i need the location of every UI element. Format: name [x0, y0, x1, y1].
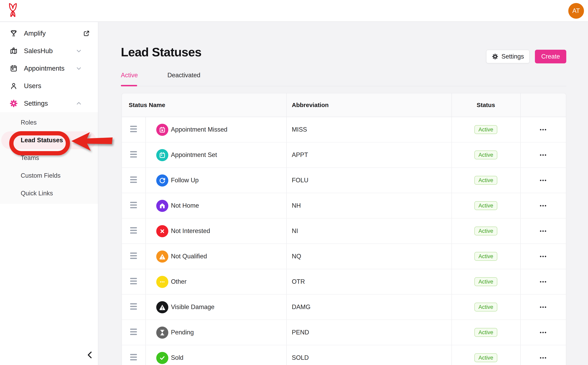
- sidebar-item-saleshub[interactable]: SalesHub: [0, 42, 98, 60]
- abbreviation-cell: NQ: [292, 244, 301, 269]
- status-name-cell: Other: [171, 269, 187, 294]
- brand-tulip-logo-icon[interactable]: [8, 3, 18, 19]
- drag-handle-icon[interactable]: [130, 329, 137, 335]
- drag-handle-icon[interactable]: [130, 151, 137, 158]
- user-avatar[interactable]: AT: [568, 3, 584, 19]
- subitem-label: Custom Fields: [21, 172, 61, 179]
- settings-button-label: Settings: [501, 53, 524, 60]
- row-actions-ellipsis-icon[interactable]: [520, 320, 566, 345]
- row-actions-ellipsis-icon[interactable]: [520, 295, 566, 320]
- settings-button[interactable]: Settings: [486, 50, 530, 63]
- row-actions-ellipsis-icon[interactable]: [520, 269, 566, 294]
- row-actions-ellipsis-icon[interactable]: [520, 218, 566, 244]
- drag-handle-icon[interactable]: [130, 176, 137, 183]
- drag-handle-icon[interactable]: [130, 126, 137, 132]
- status-name-cell: Pending: [171, 320, 194, 345]
- external-link-icon[interactable]: [83, 30, 90, 37]
- table-row: Other OTR Active: [122, 269, 566, 295]
- abbreviation-cell: APPT: [292, 142, 308, 167]
- drag-handle-icon[interactable]: [130, 253, 137, 259]
- status-name-cell: Visible Damage: [171, 295, 215, 320]
- warning-triangle-icon: [156, 301, 168, 313]
- abbreviation-cell: PEND: [292, 320, 309, 345]
- table-header-row: Status Name Abbreviation Status: [122, 93, 566, 117]
- sidebar-subitem-teams[interactable]: Teams: [0, 149, 98, 167]
- sidebar-subitem-lead-statuses[interactable]: Lead Statuses: [0, 131, 98, 149]
- status-badge: Active: [474, 201, 497, 210]
- tab-deactivated[interactable]: Deactivated: [167, 72, 200, 79]
- hourglass-icon: [156, 327, 168, 339]
- drag-handle-icon[interactable]: [130, 354, 137, 360]
- tab-active[interactable]: Active: [121, 72, 138, 79]
- status-badge: Active: [474, 303, 497, 311]
- table-row: Visible Damage DAMG Active: [122, 295, 566, 320]
- home-icon: [156, 200, 168, 212]
- sidebar-item-appointments[interactable]: Appointments: [0, 60, 98, 77]
- calendar-icon: [9, 64, 18, 73]
- warning-triangle-icon: [156, 251, 168, 263]
- drag-handle-icon[interactable]: [130, 278, 137, 284]
- status-cell: Active: [451, 218, 520, 244]
- sidebar: Amplify SalesHub: [0, 22, 98, 365]
- row-actions-ellipsis-icon[interactable]: [520, 142, 566, 167]
- chevron-up-icon[interactable]: [75, 100, 82, 107]
- subitem-label: Lead Statuses: [21, 137, 63, 144]
- sidebar-item-settings[interactable]: Settings: [0, 95, 98, 112]
- column-header-status: Status: [451, 93, 520, 117]
- table-row: Not Interested NI Active: [122, 218, 566, 244]
- row-actions-ellipsis-icon[interactable]: [520, 244, 566, 269]
- calendar-icon: [156, 149, 168, 161]
- table-row: Pending PEND Active: [122, 320, 566, 345]
- column-header-abbreviation: Abbreviation: [292, 93, 328, 117]
- settings-submenu: Roles Lead Statuses Teams Custom Fields …: [0, 112, 98, 204]
- row-actions-ellipsis-icon[interactable]: [520, 193, 566, 218]
- sidebar-item-label: SalesHub: [24, 47, 53, 55]
- table-row: Not Home NH Active: [122, 193, 566, 218]
- column-header-status-name: Status Name: [129, 93, 165, 117]
- sidebar-item-label: Settings: [24, 100, 48, 107]
- table-row: Not Qualified NQ Active: [122, 244, 566, 269]
- status-badge: Active: [474, 353, 497, 362]
- chevron-down-icon[interactable]: [75, 65, 82, 72]
- abbreviation-cell: OTR: [292, 269, 305, 294]
- sidebar-subitem-custom-fields[interactable]: Custom Fields: [0, 167, 98, 184]
- create-button[interactable]: Create: [535, 50, 566, 63]
- page-title: Lead Statuses: [121, 45, 201, 59]
- status-cell: Active: [451, 142, 520, 167]
- status-name-cell: Not Home: [171, 193, 199, 218]
- table-row: Sold SOLD Active: [122, 345, 566, 365]
- drag-handle-icon[interactable]: [130, 303, 137, 310]
- sidebar-item-label: Users: [24, 82, 41, 90]
- sidebar-item-amplify[interactable]: Amplify: [0, 25, 98, 42]
- sidebar-subitem-roles[interactable]: Roles: [0, 114, 98, 131]
- sidebar-item-label: Appointments: [24, 65, 65, 72]
- sidebar-collapse-chevron-left-icon[interactable]: [85, 350, 95, 360]
- drag-handle-icon[interactable]: [130, 227, 137, 234]
- gear-icon: [492, 53, 499, 60]
- row-actions-ellipsis-icon[interactable]: [520, 168, 566, 193]
- sidebar-item-users[interactable]: Users: [0, 77, 98, 95]
- map-icon: [9, 47, 18, 55]
- user-icon: [9, 82, 18, 90]
- status-cell: Active: [451, 320, 520, 345]
- gear-icon: [9, 99, 18, 108]
- subitem-label: Teams: [21, 154, 39, 161]
- abbreviation-cell: FOLU: [292, 168, 308, 193]
- ellipsis-icon: [156, 276, 168, 288]
- drag-handle-icon[interactable]: [130, 202, 137, 208]
- status-badge: Active: [474, 277, 497, 286]
- row-actions-ellipsis-icon[interactable]: [520, 117, 566, 142]
- status-cell: Active: [451, 117, 520, 142]
- chevron-down-icon[interactable]: [75, 48, 82, 54]
- abbreviation-cell: MISS: [292, 117, 307, 142]
- tab-divider: [121, 86, 566, 86]
- status-cell: Active: [451, 168, 520, 193]
- row-actions-ellipsis-icon[interactable]: [520, 345, 566, 365]
- lead-statuses-table: Status Name Abbreviation Status Appointm…: [122, 93, 566, 365]
- tab-bar: Active Deactivated: [121, 72, 200, 79]
- sidebar-subitem-quick-links[interactable]: Quick Links: [0, 184, 98, 202]
- active-tab-underline: [121, 85, 137, 86]
- status-name-cell: Appointment Set: [171, 142, 217, 167]
- table-body: Appointment Missed MISS Active Appointme…: [122, 117, 566, 365]
- top-bar: AT: [0, 0, 588, 22]
